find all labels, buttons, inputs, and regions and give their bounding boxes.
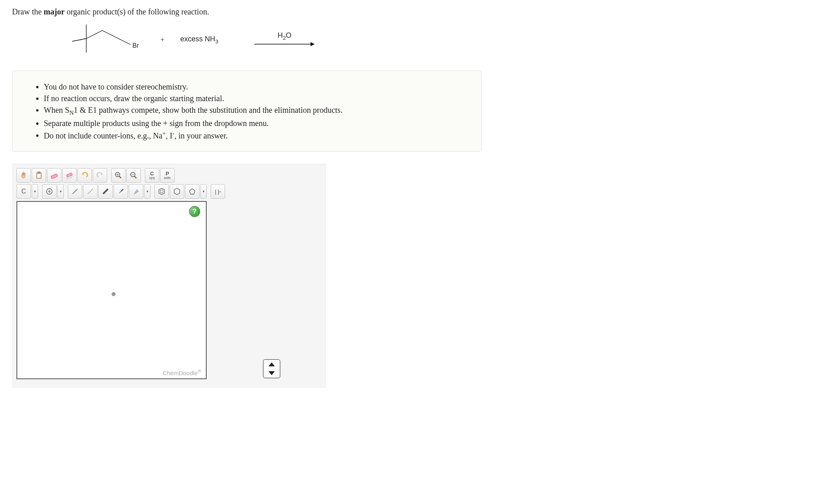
svg-marker-28 (118, 189, 124, 194)
charge-dropdown[interactable]: ▾ (57, 184, 64, 199)
toolbar-row-2: C ▾ ▾ ▾ ▾ [ ]± (16, 184, 321, 199)
svg-marker-36 (189, 189, 195, 194)
structure-neopentyl-bromide: Br (56, 20, 144, 59)
canvas-placeholder-atom[interactable] (112, 292, 116, 296)
svg-line-30 (135, 192, 136, 193)
wedge-bond-icon (117, 187, 125, 195)
svg-line-4 (118, 39, 130, 45)
reagent-sub: 3 (215, 38, 218, 44)
benzene-button[interactable] (154, 184, 169, 199)
zoom-out-button[interactable] (126, 168, 141, 183)
recessed-bond-button[interactable] (83, 184, 98, 199)
recessed-bond-icon (86, 187, 94, 195)
svg-line-16 (119, 176, 121, 178)
svg-marker-6 (311, 42, 315, 46)
stepper-down-icon[interactable] (268, 371, 275, 375)
ring-dropdown[interactable]: ▾ (200, 184, 207, 199)
prompt-prefix: Draw the (12, 7, 44, 16)
clipboard-tool-button[interactable] (32, 168, 46, 183)
svg-marker-35 (174, 188, 180, 195)
svg-line-26 (88, 189, 93, 194)
instructions-box: You do not have to consider stereochemis… (12, 71, 482, 152)
undo-icon (81, 171, 89, 179)
svg-marker-33 (159, 188, 165, 195)
svg-rect-9 (37, 174, 41, 178)
undo-button[interactable] (77, 168, 92, 183)
cyclopentane-button[interactable] (185, 184, 199, 199)
br-label: Br (132, 42, 139, 49)
svg-line-2 (86, 30, 102, 39)
zoom-in-icon (114, 171, 122, 179)
redo-button[interactable] (93, 168, 107, 183)
bracket-label: [ ] (215, 189, 219, 195)
toolbar-row-1: C opy P aste (16, 168, 321, 183)
bold-bond-icon (102, 187, 110, 195)
svg-line-20 (134, 176, 136, 178)
cyclohexane-icon (173, 187, 181, 195)
cyclopentane-icon (188, 187, 196, 195)
bold-bond-button[interactable] (98, 184, 113, 199)
chemdoodle-brand: ChemDoodle® (163, 369, 201, 376)
svg-rect-8 (38, 172, 40, 173)
atom-dropdown[interactable]: ▾ (32, 184, 38, 199)
svg-rect-10 (51, 174, 57, 179)
cyclohexane-button[interactable] (170, 184, 184, 199)
redo-icon (96, 171, 104, 179)
chemdoodle-sketcher: C opy P aste C ▾ ▾ ▾ ▾ [ ]± ? (12, 164, 326, 388)
instruction-1: You do not have to consider stereochemis… (44, 81, 465, 93)
svg-line-31 (136, 191, 137, 193)
svg-line-3 (102, 30, 118, 39)
prompt-suffix: organic product(s) of the following reac… (65, 7, 209, 16)
svg-line-27 (103, 189, 108, 194)
paste-aste-label: aste (164, 176, 171, 180)
reagent-excess-nh3: excess NH3 (180, 35, 218, 45)
hash-bond-icon (132, 187, 140, 195)
svg-line-29 (134, 193, 135, 194)
reaction-arrow: H2O (254, 31, 315, 48)
paste-button[interactable]: P aste (160, 168, 175, 183)
atom-c-button[interactable]: C (16, 184, 31, 199)
clear-tool-button[interactable] (62, 168, 77, 183)
charge-plus-icon (46, 188, 53, 195)
single-bond-icon (71, 187, 79, 195)
instruction-2: If no reaction occurs, draw the organic … (44, 93, 465, 104)
svg-line-25 (73, 189, 77, 194)
svg-marker-13 (82, 173, 84, 175)
prompt-bold: major (44, 7, 65, 16)
svg-line-32 (136, 190, 138, 192)
answer-stepper[interactable] (263, 359, 280, 378)
reaction-plus: + (161, 36, 164, 43)
drawing-canvas[interactable]: ? ChemDoodle® (16, 201, 207, 379)
instruction-4: Separate multiple products using the + s… (44, 118, 465, 129)
single-bond-button[interactable] (68, 184, 82, 199)
clipboard-icon (35, 171, 43, 179)
reagent-text: excess NH (180, 35, 215, 43)
svg-marker-14 (101, 173, 103, 175)
instruction-3: When SN1 & E1 pathways compete, show bot… (44, 104, 465, 118)
canvas-help-button[interactable]: ? (189, 206, 200, 217)
wedge-bond-button[interactable] (114, 184, 128, 199)
svg-line-1 (72, 39, 86, 41)
question-prompt: Draw the major organic product(s) of the… (12, 7, 809, 16)
copy-opy-label: opy (149, 176, 155, 180)
instruction-5: Do not include counter-ions, e.g., Na+, … (44, 129, 465, 142)
bond-dropdown[interactable]: ▾ (144, 184, 150, 199)
hash-bond-button[interactable] (129, 184, 143, 199)
arrow-icon (254, 41, 315, 48)
benzene-icon (158, 187, 166, 195)
svg-point-34 (160, 190, 163, 193)
clear-icon (65, 171, 73, 179)
charge-button[interactable] (42, 184, 57, 199)
hand-tool-button[interactable] (16, 168, 31, 183)
stepper-up-icon[interactable] (268, 362, 275, 366)
eraser-icon (50, 171, 58, 179)
hand-icon (20, 171, 28, 179)
arrow-solvent-label: H2O (278, 31, 292, 41)
eraser-tool-button[interactable] (47, 168, 61, 183)
zoom-in-button[interactable] (111, 168, 126, 183)
copy-button[interactable]: C opy (145, 168, 159, 183)
reaction-scheme: Br + excess NH3 H2O (56, 20, 809, 59)
bracket-button[interactable]: [ ]± (211, 184, 225, 199)
zoom-out-icon (130, 171, 138, 179)
